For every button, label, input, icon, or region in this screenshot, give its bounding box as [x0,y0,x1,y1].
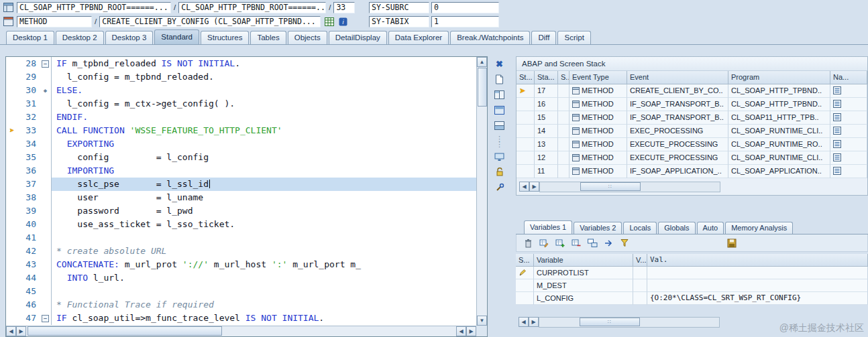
code-text[interactable]: EXPORTING [51,137,476,151]
code-line-42[interactable]: 42* create absolute URL [6,245,476,258]
variables-tab-locals[interactable]: Locals [623,222,657,234]
stack-scroll-right-button[interactable]: ▶ [529,182,539,192]
stack-row[interactable]: 15METHODIF_SOAP_TRANSPORT_B..CL_SOAP11_H… [517,111,867,125]
code-line-34[interactable]: 34 EXPORTING [6,137,476,151]
navigate-icon[interactable] [833,139,841,151]
stack-scroll-left-button[interactable]: ◀ [519,182,529,192]
save-icon[interactable] [726,237,738,249]
code-line-46[interactable]: 46* Functional Trace if required [6,298,476,312]
stack-column-header[interactable]: Program [728,71,830,84]
breakpoint-gutter[interactable] [6,164,17,178]
desktop-tab-desktop-2[interactable]: Desktop 2 [56,31,104,44]
code-text[interactable]: ELSE. [51,84,476,97]
variables-tab-variables-1[interactable]: Variables 1 [524,220,572,234]
sy-subrc-label-field[interactable]: SY-SUBRC [369,2,429,13]
stack-column-header[interactable]: Event Type [569,71,627,84]
code-line-35[interactable]: 35 config = l_config [6,151,476,164]
code-text[interactable]: use_ass_ticket = l_sso_ticket. [51,218,476,231]
variables-column-header[interactable]: S... [516,254,534,267]
code-line-33[interactable]: ➤33CALL FUNCTION 'WSSE_FEATURE_TO_HTTP_C… [6,124,476,137]
fold-column[interactable] [40,285,51,298]
variables-scroll-thumb[interactable]: ∷ [580,318,640,326]
code-line-29[interactable]: 29 l_config = m_tpbnd_reloaded. [6,70,476,84]
scroll-up-button[interactable]: ▲ [477,57,487,67]
breakpoint-gutter[interactable] [6,298,17,312]
variables-column-header[interactable]: Val. [647,254,868,267]
scroll-left-button[interactable]: ◀ [456,326,466,336]
code-text[interactable]: CONCATENATE: m_url_prot '://' m_url_host… [51,258,476,271]
fold-column[interactable] [40,97,51,111]
navigate-icon[interactable] [833,126,841,138]
navigate-icon[interactable] [833,86,841,98]
fold-column[interactable] [40,298,51,312]
fold-column[interactable] [40,178,51,191]
stack-horizontal-scrollbar[interactable]: ◀ ▶ ∷ [519,182,720,192]
breakpoint-gutter[interactable]: ➤ [6,124,17,137]
variable-value[interactable] [647,279,868,292]
fold-column[interactable] [40,258,51,271]
desktop-tab-structures[interactable]: Structures [201,31,249,44]
desktop-tab-script[interactable]: Script [557,31,590,44]
code-line-32[interactable]: 32ENDIF. [6,111,476,124]
table-edit-icon[interactable] [538,237,550,249]
breakpoint-gutter[interactable] [6,271,17,285]
code-text[interactable]: * Functional Trace if required [51,298,476,312]
breakpoint-gutter[interactable] [6,245,17,258]
variables-column-header[interactable]: Variable [534,254,633,267]
code-text[interactable]: INTO l_url. [51,271,476,285]
navigate-icon[interactable] [833,166,841,178]
code-text[interactable]: CALL FUNCTION 'WSSE_FEATURE_TO_HTTP_CLIE… [51,124,476,137]
breakpoint-gutter[interactable] [6,97,17,111]
breakpoint-gutter[interactable] [6,191,17,204]
variable-name[interactable]: L_CONFIG [534,292,633,305]
swap-layout-icon[interactable] [492,119,506,132]
breakpoint-gutter[interactable] [6,57,17,70]
scroll-right-button[interactable]: ▶ [466,326,476,336]
code-text[interactable]: ENDIF. [51,111,476,124]
breakpoint-gutter[interactable] [6,70,17,84]
fold-column[interactable] [40,204,51,218]
code-line-40[interactable]: 40 use_ass_ticket = l_sso_ticket. [6,218,476,231]
stack-row[interactable]: 14METHODEXEC_PROCESSINGCL_SOAP_RUNTIME_C… [517,125,867,138]
fold-column[interactable] [40,151,51,164]
stack-column-header[interactable]: S.. [558,71,569,84]
breakpoint-gutter[interactable] [6,204,17,218]
breakpoint-gutter[interactable] [6,312,17,325]
stack-column-header[interactable]: St... [517,71,535,84]
structure-display-icon[interactable] [323,16,335,27]
full-screen-icon[interactable] [492,104,506,117]
horizontal-scroll-thumb[interactable] [28,326,222,336]
info-icon[interactable]: i [337,16,349,27]
desktop-tab-diff[interactable]: Diff [531,31,556,44]
screen-icon[interactable] [492,150,506,163]
table-add-icon[interactable] [554,237,566,249]
desktop-tab-tables[interactable]: Tables [250,31,286,44]
code-text[interactable]: user = l_uname [51,191,476,204]
stack-scroll-track[interactable]: ∷ [539,182,720,192]
fold-column[interactable] [40,124,51,137]
code-line-38[interactable]: 38 user = l_uname [6,191,476,204]
event-type-field[interactable]: METHOD [17,16,92,27]
desktop-tab-data-explorer[interactable]: Data Explorer [388,31,449,44]
stack-row[interactable]: 11METHODIF_SOAP_APPLICATION_..CL_SOAP_AP… [517,165,867,178]
fold-column[interactable]: − [40,57,51,70]
code-text[interactable]: sslc_pse = l_ssl_id [51,178,476,191]
desktop-tab-objects[interactable]: Objects [288,31,327,44]
sy-tabix-value-field[interactable]: 1 [431,16,499,27]
navigate-icon[interactable] [833,99,841,111]
variables-tab-memory-analysis[interactable]: Memory Analysis [725,222,793,234]
fold-column[interactable] [40,231,51,245]
variables-scroll-right-button[interactable]: ▶ [529,317,539,327]
breakpoint-gutter[interactable] [6,111,17,124]
code-line-44[interactable]: 44 INTO l_url. [6,271,476,285]
variables-tab-variables-2[interactable]: Variables 2 [574,222,622,234]
new-page-icon[interactable] [492,73,506,86]
code-line-39[interactable]: 39 password = l_pwd [6,204,476,218]
code-line-36[interactable]: 36 IMPORTING [6,164,476,178]
fold-toggle-icon[interactable]: − [42,315,49,322]
stack-column-header[interactable]: Sta... [535,71,558,84]
page-left-button[interactable]: ◀ [6,326,16,336]
code-text[interactable]: IF cl_soap_util=>m_func_trace_level IS N… [51,312,476,325]
desktop-tab-break-watchpoints[interactable]: Break./Watchpoints [450,31,530,44]
stack-row[interactable]: 12METHODEXECUTE_PROCESSINGCL_SOAP_RUNTIM… [517,151,867,165]
